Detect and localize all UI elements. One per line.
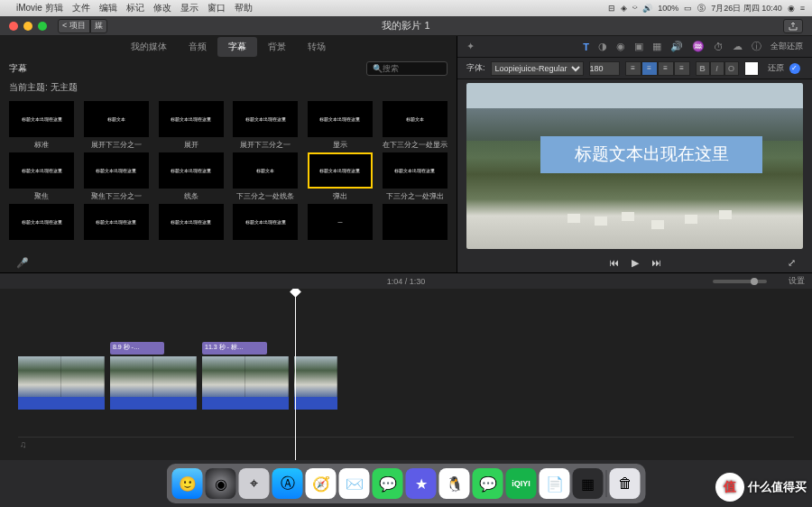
menu-view[interactable]: 显示: [180, 2, 198, 14]
tab-my-media[interactable]: 我的媒体: [120, 37, 178, 57]
zoom-slider-thumb[interactable]: [751, 278, 758, 285]
menu-help[interactable]: 帮助: [235, 2, 253, 14]
color-swatch[interactable]: [744, 61, 759, 76]
close-button[interactable]: [9, 22, 18, 31]
title-tile[interactable]: 标题文本出现在这里: [5, 204, 78, 252]
noise-icon[interactable]: ♒: [692, 41, 705, 52]
outline-button[interactable]: O: [724, 61, 739, 76]
audio-track[interactable]: ♫: [18, 437, 794, 451]
input-icon[interactable]: Ⓢ: [697, 3, 706, 14]
next-button[interactable]: ⏭: [651, 257, 661, 268]
title-tile[interactable]: 标题文本出现在这里标准: [5, 101, 78, 149]
speed-icon[interactable]: ⏱: [714, 41, 724, 52]
wifi-icon[interactable]: ◈: [621, 4, 627, 13]
imovie-icon[interactable]: ★: [406, 468, 437, 499]
minimize-button[interactable]: [23, 22, 32, 31]
doc-app-icon[interactable]: 📄: [540, 468, 570, 499]
apply-check-icon[interactable]: ✓: [789, 63, 800, 74]
search-input[interactable]: [383, 64, 437, 73]
title-tile[interactable]: 标题文本出现在这里聚焦: [5, 152, 78, 200]
clip-4[interactable]: [294, 356, 337, 410]
stabilize-icon[interactable]: ▦: [652, 41, 661, 52]
clip-1[interactable]: [18, 356, 105, 410]
clip-2[interactable]: 8.9 秒 -…: [110, 356, 197, 410]
filter-icon[interactable]: ☁: [733, 41, 743, 52]
battery-icon[interactable]: ▭: [684, 4, 692, 13]
tab-transitions[interactable]: 转场: [297, 37, 337, 57]
menu-file[interactable]: 文件: [72, 2, 90, 14]
tab-titles[interactable]: 字幕: [217, 37, 257, 57]
align-justify-button[interactable]: ≡: [674, 61, 690, 76]
wifi2-icon[interactable]: ⌔: [632, 4, 637, 13]
title-tile[interactable]: 标题文本出现在这里弹出: [304, 152, 377, 200]
color-correct-icon[interactable]: ◉: [616, 41, 625, 52]
video-preview[interactable]: 标题文本出现在这里: [466, 83, 803, 249]
siri-icon[interactable]: ◉: [206, 468, 236, 499]
mail-icon[interactable]: ✉️: [339, 468, 370, 499]
share-button[interactable]: [783, 19, 803, 33]
title-overlay[interactable]: 标题文本出现在这里: [540, 136, 762, 173]
fullscreen-icon[interactable]: ⤢: [788, 257, 796, 269]
safari-setup-icon[interactable]: ⌖: [239, 468, 270, 499]
title-tile[interactable]: 标题文本出现在这里展开: [154, 101, 227, 149]
trash-icon[interactable]: 🗑: [610, 468, 641, 499]
timeline-settings-button[interactable]: 设置: [789, 275, 805, 287]
color-balance-icon[interactable]: ◑: [598, 41, 607, 52]
messages-icon[interactable]: 💬: [373, 468, 403, 499]
tab-audio[interactable]: 音频: [178, 37, 217, 57]
magic-icon[interactable]: ✦: [466, 41, 475, 52]
play-button[interactable]: ▶: [632, 257, 639, 269]
wechat-icon[interactable]: 💬: [473, 468, 503, 499]
italic-button[interactable]: I: [710, 61, 724, 76]
title-tile[interactable]: 标题文本在下三分之一处显示: [378, 101, 451, 149]
title-tile[interactable]: 标题文本出现在这里下三分之一处弹出: [378, 152, 451, 200]
font-size-input[interactable]: [589, 61, 620, 76]
battery-pct[interactable]: 100%: [658, 4, 678, 13]
bold-button[interactable]: B: [696, 61, 710, 76]
appstore-icon[interactable]: Ⓐ: [272, 468, 303, 499]
unknown-app-icon[interactable]: ▦: [573, 468, 604, 499]
title-tile[interactable]: 标题文本出现在这里展开下三分之一: [229, 101, 302, 149]
title-tile[interactable]: 标题文本展开下三分之一: [80, 101, 153, 149]
menu-edit[interactable]: 编辑: [99, 2, 117, 14]
title-tile[interactable]: 标题文本出现在这里: [80, 204, 153, 252]
playhead[interactable]: [295, 289, 296, 460]
align-left-button[interactable]: ≡: [625, 61, 641, 76]
media-button[interactable]: 媒: [90, 19, 107, 33]
title-tile[interactable]: 标题文本出现在这里: [229, 204, 302, 252]
font-select[interactable]: Loopiejuice-Regular: [491, 61, 584, 76]
timeline[interactable]: 8.9 秒 -… 11.3 秒 - 标… ♫: [0, 289, 812, 460]
crop-icon[interactable]: ▣: [634, 41, 643, 52]
prev-button[interactable]: ⏮: [609, 257, 619, 268]
notif-icon[interactable]: ≡: [800, 4, 805, 13]
title-clip-2[interactable]: 11.3 秒 - 标…: [202, 342, 267, 355]
qq-icon[interactable]: 🐧: [439, 468, 470, 499]
finder-icon[interactable]: 🙂: [172, 468, 203, 499]
title-tile[interactable]: 标题文本出现在这里线条: [154, 152, 227, 200]
menu-window[interactable]: 窗口: [208, 2, 226, 14]
volume-icon[interactable]: 🔊: [642, 4, 652, 13]
tab-backgrounds[interactable]: 背景: [257, 37, 297, 57]
align-right-button[interactable]: ≡: [658, 61, 674, 76]
text-icon[interactable]: T: [583, 41, 589, 52]
maximize-button[interactable]: [38, 22, 47, 31]
menu-mark[interactable]: 标记: [126, 2, 144, 14]
reset-button[interactable]: 还原: [768, 62, 784, 74]
zoom-slider[interactable]: [713, 280, 767, 283]
iqiyi-icon[interactable]: iQIYI: [506, 468, 537, 499]
bluetooth-icon[interactable]: ⊟: [608, 4, 615, 13]
spotlight-icon[interactable]: ◉: [788, 4, 795, 13]
menu-app[interactable]: iMovie 剪辑: [16, 2, 63, 14]
back-to-projects-button[interactable]: < 项目: [58, 19, 90, 33]
voiceover-icon[interactable]: 🎤: [16, 257, 29, 269]
align-center-button[interactable]: ≡: [641, 61, 658, 76]
title-tile[interactable]: 标题文本出现在这里显示: [304, 101, 377, 149]
title-tile[interactable]: 标题文本出现在这里聚焦下三分之一: [80, 152, 153, 200]
date-time[interactable]: 7月26日 周四 10:40: [711, 3, 782, 14]
title-tile[interactable]: 标题文本下三分之一处线条: [229, 152, 302, 200]
title-tile[interactable]: [378, 204, 451, 252]
menu-modify[interactable]: 修改: [153, 2, 171, 14]
safari-icon[interactable]: 🧭: [306, 468, 337, 499]
title-clip-1[interactable]: 8.9 秒 -…: [110, 342, 164, 355]
reset-all-button[interactable]: 全部还原: [770, 41, 803, 52]
